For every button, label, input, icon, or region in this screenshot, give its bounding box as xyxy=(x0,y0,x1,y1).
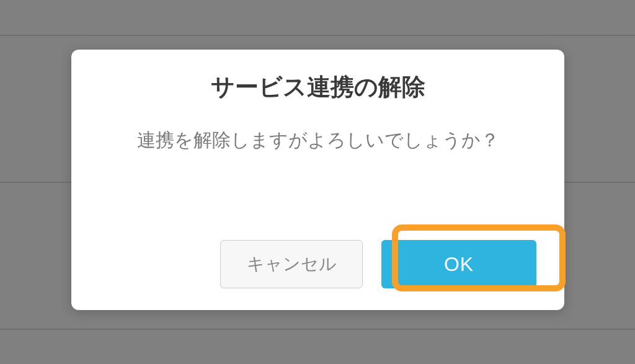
cancel-button[interactable]: キャンセル xyxy=(220,240,363,288)
background-divider xyxy=(0,329,635,330)
dialog-message: 連携を解除しますがよろしいでしょうか？ xyxy=(99,128,536,153)
dialog-button-row: キャンセル OK xyxy=(99,240,536,288)
ok-button[interactable]: OK xyxy=(381,240,536,288)
dialog-title: サービス連携の解除 xyxy=(99,71,536,103)
confirmation-dialog: サービス連携の解除 連携を解除しますがよろしいでしょうか？ キャンセル OK xyxy=(71,50,564,310)
background-divider xyxy=(0,35,635,36)
